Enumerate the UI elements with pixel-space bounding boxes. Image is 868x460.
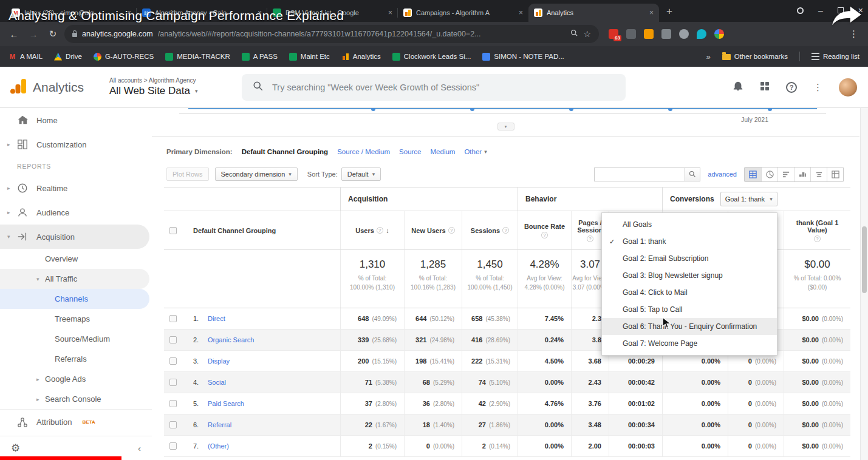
property-selector[interactable]: All Web Site Data	[109, 85, 197, 97]
overflow-menu-icon[interactable]	[813, 82, 822, 93]
goal-menu-item-goal5[interactable]: Goal 5: Tap to Call	[602, 301, 777, 318]
forward-button[interactable]	[26, 29, 41, 39]
dimension-source[interactable]: Source	[399, 148, 421, 155]
sidebar-item-acquisition[interactable]: Acquisition	[0, 225, 149, 249]
col-goal-value-label[interactable]: thank (Goal 1 Value)	[787, 219, 847, 234]
goal-menu-item-goal3[interactable]: Goal 3: Blog Newsletter signup	[602, 267, 777, 284]
sidebar-item-attribution[interactable]: AttributionBETA	[0, 409, 152, 435]
sidebar-item-source-medium[interactable]: Source/Medium	[0, 329, 152, 349]
avatar[interactable]	[839, 78, 857, 96]
apps-grid-icon[interactable]	[760, 81, 770, 93]
comparison-view-button[interactable]	[794, 167, 810, 181]
col-bounce-label[interactable]: Bounce Rate	[524, 223, 565, 230]
extension-icon[interactable]: 63	[609, 29, 618, 39]
goal-menu-item-all-goals[interactable]: All Goals	[602, 216, 777, 233]
back-button[interactable]	[6, 29, 22, 39]
tab-campaigns[interactable]: Campaigns - Algorithm A	[398, 4, 528, 22]
help-icon[interactable]	[377, 227, 383, 234]
help-icon[interactable]	[448, 227, 455, 234]
sort-desc-icon[interactable]	[386, 226, 389, 235]
row-checkbox[interactable]	[169, 357, 177, 365]
term-cloud-view-button[interactable]	[810, 167, 827, 181]
sidebar-item-realtime[interactable]: Realtime	[0, 176, 152, 200]
sidebar-item-referrals[interactable]: Referrals	[0, 349, 152, 369]
tab-analytics-active[interactable]: Analytics	[528, 4, 659, 22]
row-checkbox[interactable]	[169, 379, 177, 386]
bookmark-a-pass[interactable]: A PASS	[242, 53, 278, 61]
tab-close-icon[interactable]	[649, 8, 654, 17]
goal-selector[interactable]: Goal 1: thank	[720, 192, 777, 206]
help-icon[interactable]	[587, 235, 593, 242]
channel-link[interactable]: Organic Search	[208, 336, 254, 343]
channel-link[interactable]: Social	[208, 379, 226, 386]
sidebar-item-home[interactable]: Home	[0, 108, 152, 132]
col-new-users-label[interactable]: New Users	[411, 227, 445, 234]
sidebar-item-google-ads[interactable]: Google Ads	[0, 369, 152, 389]
collapse-sidebar-icon[interactable]	[138, 443, 141, 453]
reading-list[interactable]: Reading list	[812, 53, 859, 60]
page-scrollbar[interactable]	[860, 108, 868, 460]
sidebar-item-audience[interactable]: Audience	[0, 200, 152, 225]
row-checkbox[interactable]	[169, 315, 177, 322]
extension-icon[interactable]	[679, 29, 689, 39]
sidebar-item-customization[interactable]: Customization	[0, 132, 152, 157]
notifications-bell-icon[interactable]	[733, 81, 743, 94]
account-breadcrumb[interactable]: All accounts > Algorithm Agency	[109, 77, 197, 84]
chart-collapse-toggle[interactable]	[497, 123, 514, 130]
dimension-source-medium[interactable]: Source / Medium	[337, 148, 390, 155]
plot-rows-button[interactable]: Plot Rows	[166, 167, 209, 181]
camera-extension-icon[interactable]	[661, 29, 671, 39]
channel-link[interactable]: Display	[208, 357, 230, 365]
tab-close-icon[interactable]	[519, 8, 523, 17]
channel-link[interactable]: Referral	[208, 421, 231, 428]
help-icon[interactable]	[541, 232, 548, 238]
dimension-default-channel-grouping[interactable]: Default Channel Grouping	[242, 148, 328, 155]
goal-menu-item-goal7[interactable]: Goal 7: Welcome Page	[602, 335, 777, 352]
extension-icon[interactable]	[714, 29, 724, 39]
bookmark-media-trackr[interactable]: MEDIA-TRACKR	[165, 53, 230, 61]
goal-menu-item-goal4[interactable]: Goal 4: Click to Mail	[602, 284, 777, 301]
row-checkbox[interactable]	[169, 336, 177, 343]
sidebar-item-all-traffic[interactable]: All Traffic	[0, 269, 149, 289]
bookmark-drive[interactable]: Drive	[54, 53, 82, 61]
col-users-label[interactable]: Users	[355, 227, 374, 234]
bookmark-analytics[interactable]: Analytics	[341, 53, 381, 61]
sidebar-item-overview[interactable]: Overview	[0, 249, 152, 269]
reload-button[interactable]	[45, 29, 61, 39]
bookmark-simon-notepad[interactable]: SIMON - NOTE PAD...	[482, 53, 564, 61]
goal-menu-item-goal1[interactable]: Goal 1: thank	[602, 233, 777, 250]
bookmark-clockwork[interactable]: Clockwork Leads Si...	[392, 53, 471, 61]
goal-menu-item-goal6[interactable]: Goal 6: Thank You - Enquiry Confirmation	[602, 318, 777, 335]
help-icon[interactable]	[786, 82, 797, 93]
sidebar-item-channels[interactable]: Channels	[0, 289, 149, 309]
browser-menu-icon[interactable]	[846, 29, 862, 39]
bookmark-star-icon[interactable]	[583, 29, 591, 39]
row-checkbox[interactable]	[169, 400, 177, 407]
secondary-dimension-button[interactable]: Secondary dimension	[215, 167, 298, 181]
minimize-button[interactable]	[818, 5, 823, 16]
percentage-view-button[interactable]	[761, 167, 777, 181]
extension-icon[interactable]	[697, 29, 706, 39]
performance-view-button[interactable]	[777, 167, 794, 181]
pivot-view-button[interactable]	[827, 167, 843, 181]
gear-icon[interactable]	[11, 442, 20, 455]
bookmark-maint-etc[interactable]: Maint Etc	[289, 53, 330, 61]
other-bookmarks[interactable]: Other bookmarks	[722, 53, 788, 60]
advanced-link[interactable]: advanced	[708, 171, 737, 178]
share-arrow-icon[interactable]	[830, 4, 863, 29]
ga-search-bar[interactable]: Try searching "Week over Week Growth of …	[242, 74, 626, 101]
help-icon[interactable]	[502, 227, 509, 234]
col-dimension-label[interactable]: Default Channel Grouping	[193, 227, 276, 234]
new-tab-button[interactable]	[666, 5, 672, 18]
row-checkbox[interactable]	[169, 421, 177, 428]
bookmark-g-auto-recs[interactable]: G-AUTO-RECS	[94, 53, 154, 61]
channel-link[interactable]: Direct	[208, 315, 225, 322]
tab-close-icon[interactable]	[388, 8, 392, 17]
zoom-icon[interactable]	[570, 29, 578, 39]
bookmark-a-mail[interactable]: MA MAIL	[9, 53, 43, 61]
dimension-medium[interactable]: Medium	[431, 148, 456, 155]
data-view-button[interactable]	[745, 167, 761, 181]
sidebar-item-search-console[interactable]: Search Console	[0, 389, 152, 409]
dimension-other-dropdown[interactable]: Other	[464, 148, 487, 155]
goal-menu-item-goal2[interactable]: Goal 2: Email Subscription	[602, 250, 777, 267]
